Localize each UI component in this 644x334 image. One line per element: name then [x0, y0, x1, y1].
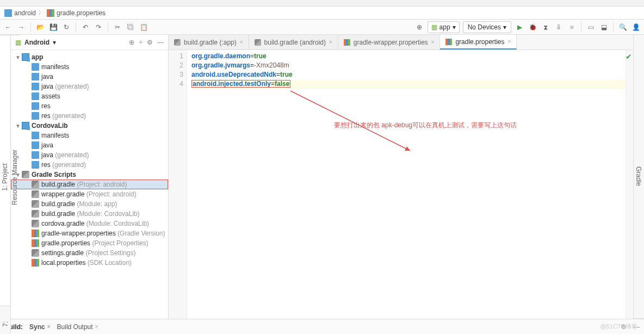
avd-icon[interactable]: ▭	[586, 22, 596, 32]
build-output-tab[interactable]: Build Output×	[57, 323, 98, 331]
tree-node[interactable]: res (generated)	[11, 111, 168, 121]
breadcrumb-project[interactable]: android	[14, 9, 36, 17]
panel-header: ▦ Android ▾ ⊕ ÷ ⚙ —	[11, 35, 168, 50]
editor-tab[interactable]: gradle-wrapper.properties×	[338, 35, 441, 50]
project-tree[interactable]: ▼appmanifestsjavajava (generated)assetsr…	[11, 50, 168, 319]
device-label: No Devices	[468, 23, 501, 31]
code-content[interactable]: org.gradle.daemon=trueorg.gradle.jvmargs…	[187, 50, 633, 319]
gear-icon[interactable]: ⚙	[147, 39, 153, 46]
chevron-down-icon: ▾	[453, 23, 456, 31]
separator	[108, 22, 108, 32]
project-tool-tab[interactable]: 1: Project	[0, 35, 10, 319]
breadcrumb: android 〉 gradle.properties	[0, 7, 644, 20]
folder-icon	[4, 9, 12, 17]
left-tool-strip: 1: Project Resource Manager	[0, 35, 11, 319]
redo-icon[interactable]: ↷	[94, 22, 103, 32]
undo-icon[interactable]: ↶	[81, 22, 90, 32]
editor-tab[interactable]: gradle.properties×	[440, 35, 517, 50]
run-config-selector[interactable]: ▦ app ▾	[428, 21, 460, 33]
close-icon[interactable]: ×	[507, 39, 511, 45]
code-line[interactable]: org.gradle.daemon=true	[191, 52, 633, 61]
attach-icon[interactable]: ⇩	[554, 22, 564, 32]
back-icon[interactable]: ←	[3, 22, 13, 32]
sdk-icon[interactable]: ⬓	[599, 22, 609, 32]
tree-node[interactable]: local.properties (SDK Location)	[11, 258, 168, 268]
close-icon[interactable]: ×	[329, 39, 332, 45]
annotation-text: 要想打出来的包 apk-debug可以在真机上测试，需要写上这句话	[334, 121, 517, 130]
add-config-icon[interactable]: ⊕	[414, 22, 424, 32]
separator	[30, 22, 31, 32]
tree-node[interactable]: ▼app	[11, 52, 168, 62]
tree-node[interactable]: java (generated)	[11, 82, 168, 91]
build-panel-header: Build: Sync× Build Output× ⚙ —	[0, 319, 644, 334]
error-stripe[interactable]: ✔	[626, 50, 633, 319]
resource-manager-tab[interactable]: Resource Manager	[10, 35, 20, 319]
project-panel: ▦ Android ▾ ⊕ ÷ ⚙ — ▼appmanifestsjavajav…	[11, 35, 169, 319]
separator	[613, 22, 614, 32]
code-line[interactable]: org.gradle.jvmargs=-Xmx2048m	[191, 61, 633, 71]
tree-node[interactable]: manifests	[11, 131, 168, 140]
search-icon[interactable]: 🔍	[618, 22, 628, 32]
code-editor[interactable]: 1234 org.gradle.daemon=trueorg.gradle.jv…	[169, 50, 633, 319]
panel-title[interactable]: Android	[24, 39, 49, 46]
main-area: 1: Project Resource Manager ▦ Android ▾ …	[0, 35, 644, 319]
tree-node[interactable]: res	[11, 101, 168, 111]
profile-icon[interactable]: ⧗	[541, 22, 550, 32]
chevron-down-icon: ▾	[503, 23, 506, 31]
line-gutter: 1234	[169, 50, 187, 319]
sync-tab[interactable]: Sync×	[29, 323, 51, 331]
code-line[interactable]: android.useDeprecatedNdk=true	[191, 71, 633, 80]
tree-node[interactable]: res (generated)	[11, 160, 168, 170]
tree-node[interactable]: settings.gradle (Project Settings)	[11, 248, 168, 258]
user-icon[interactable]: 👤	[631, 22, 641, 32]
chevron-right-icon: 〉	[38, 8, 45, 17]
hide-icon[interactable]: —	[157, 39, 164, 46]
device-selector[interactable]: No Devices ▾	[463, 21, 511, 33]
tree-node[interactable]: build.gradle (Module: CordovaLib)	[11, 209, 168, 219]
close-icon[interactable]: ×	[47, 324, 51, 330]
stop-icon[interactable]: ■	[567, 22, 577, 32]
tree-node[interactable]: cordova.gradle (Module: CordovaLib)	[11, 219, 168, 228]
tree-node[interactable]: java (generated)	[11, 150, 168, 160]
close-icon[interactable]: ×	[431, 39, 435, 45]
save-icon[interactable]: 💾	[48, 22, 58, 32]
tree-node[interactable]: build.gradle (Project: android)	[11, 180, 168, 189]
cut-icon[interactable]: ✂	[113, 22, 122, 32]
sync-icon[interactable]: ↻	[61, 22, 71, 32]
tree-node[interactable]: gradle.properties (Project Properties)	[11, 238, 168, 248]
ok-mark-icon: ✔	[626, 52, 632, 61]
collapse-icon[interactable]: ÷	[139, 39, 143, 46]
open-icon[interactable]: 📂	[35, 22, 45, 32]
breadcrumb-file[interactable]: gradle.properties	[57, 9, 106, 17]
gradle-tool-tab[interactable]: Gradle	[634, 35, 643, 319]
chevron-down-icon[interactable]: ▾	[53, 39, 56, 46]
tree-node[interactable]: assets	[11, 91, 168, 101]
menu-bar	[0, 0, 644, 7]
tree-node[interactable]: ▼CordovaLib	[11, 121, 168, 131]
editor-area: build.gradle (:app)×build.gradle (androi…	[169, 35, 633, 319]
tree-node[interactable]: wrapper.gradle (Project: android)	[11, 189, 168, 199]
copy-icon[interactable]: ⿻	[126, 22, 135, 32]
forward-icon[interactable]: →	[16, 22, 26, 32]
tree-node[interactable]: java	[11, 72, 168, 82]
paste-icon[interactable]: 📋	[139, 22, 148, 32]
tree-node[interactable]: manifests	[11, 62, 168, 72]
code-line[interactable]: android.injected.testOnly=false	[191, 80, 633, 89]
editor-tab[interactable]: build.gradle (android)×	[249, 35, 338, 50]
editor-tab[interactable]: build.gradle (:app)×	[169, 35, 249, 50]
run-config-label: app	[439, 23, 450, 31]
tree-node[interactable]: build.gradle (Module: app)	[11, 199, 168, 209]
editor-tabs: build.gradle (:app)×build.gradle (androi…	[169, 35, 633, 50]
target-icon[interactable]: ⊕	[129, 39, 134, 46]
separator	[581, 22, 581, 32]
tree-node[interactable]: gradle-wrapper.properties (Gradle Versio…	[11, 228, 168, 238]
debug-icon[interactable]: 🐞	[528, 22, 537, 32]
structure-tool-tab[interactable]: 7: Structure	[0, 306, 10, 334]
tree-node[interactable]: ▼Gradle Scripts	[11, 170, 168, 180]
tree-node[interactable]: java	[11, 140, 168, 150]
run-icon[interactable]: ▶	[515, 22, 524, 32]
android-icon: ▦	[431, 23, 437, 31]
main-toolbar: ← → 📂 💾 ↻ ↶ ↷ ✂ ⿻ 📋 ⊕ ▦ app ▾ No Devices…	[0, 20, 644, 35]
close-icon[interactable]: ×	[95, 324, 98, 330]
close-icon[interactable]: ×	[240, 39, 243, 45]
